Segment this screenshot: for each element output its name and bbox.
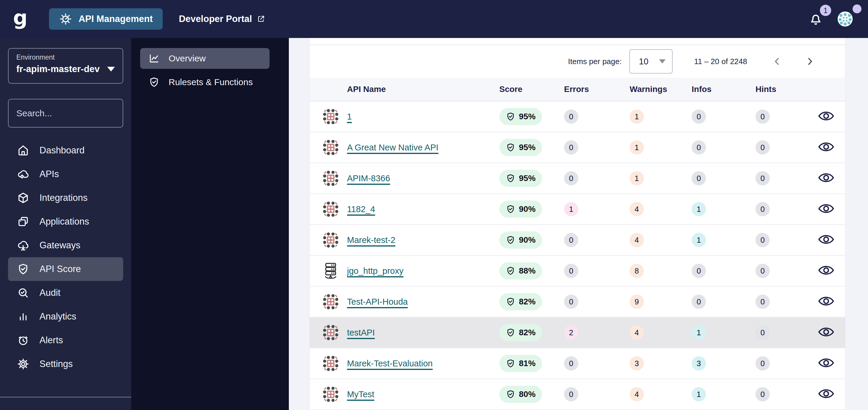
- api-name-link[interactable]: MyTest: [347, 389, 374, 399]
- cell-hints: 0: [754, 109, 817, 124]
- eye-icon: [817, 295, 835, 308]
- app-root: g API Management Developer Portal: [0, 0, 868, 410]
- view-api-button[interactable]: [817, 264, 835, 277]
- chevron-right-icon: [805, 56, 815, 66]
- view-api-button[interactable]: [817, 140, 835, 153]
- score-value: 82%: [519, 297, 535, 306]
- warnings-count-chip: 1: [630, 140, 644, 155]
- api-name-link[interactable]: APIM-8366: [347, 174, 390, 183]
- top-bar: g API Management Developer Portal: [0, 0, 868, 38]
- cell-hints: 0: [754, 326, 817, 340]
- hints-count-chip: 0: [755, 387, 770, 401]
- cell-infos: 1: [690, 233, 754, 247]
- next-page-button[interactable]: [803, 55, 817, 68]
- view-api-button[interactable]: [817, 326, 835, 339]
- notifications-button[interactable]: 1: [808, 11, 824, 27]
- warnings-count-chip: 1: [630, 171, 644, 185]
- api-name-link[interactable]: 1: [347, 112, 352, 121]
- external-link-icon: [257, 15, 265, 23]
- view-api-button[interactable]: [817, 109, 835, 123]
- items-per-page-select[interactable]: 10: [629, 49, 673, 74]
- subnav-item-label: Overview: [168, 54, 206, 64]
- api-identicon-icon: [321, 293, 340, 311]
- cell-avatar: [321, 262, 340, 280]
- previous-page-button[interactable]: [770, 55, 784, 68]
- view-api-button[interactable]: [817, 356, 835, 369]
- sidebar-item-apis[interactable]: APIs: [8, 162, 123, 186]
- errors-count-chip: 1: [564, 202, 578, 216]
- sidebar-item-label: Applications: [39, 216, 89, 227]
- shield-check-icon: [506, 266, 515, 276]
- cell-warnings: 9: [628, 295, 690, 309]
- warnings-count-chip: 8: [630, 264, 644, 278]
- api-name-link[interactable]: testAPI: [347, 328, 375, 337]
- sidebar-item-alerts[interactable]: Alerts: [8, 329, 123, 352]
- gear-dial-icon: [59, 12, 72, 26]
- hints-count-chip: 0: [755, 109, 770, 124]
- cell-avatar: [321, 293, 340, 311]
- api-name-link[interactable]: 1182_4: [347, 204, 375, 214]
- sidebar-item-applications[interactable]: Applications: [8, 210, 123, 234]
- api-management-label: API Management: [79, 14, 153, 24]
- cell-hints: 0: [754, 356, 817, 371]
- sidebar-item-api-score[interactable]: API Score: [8, 257, 123, 281]
- cell-avatar: [321, 323, 340, 342]
- infos-count-chip: 0: [692, 109, 706, 124]
- api-name-link[interactable]: Marek-Test-Evaluation: [347, 359, 433, 368]
- developer-portal-link[interactable]: Developer Portal: [179, 14, 265, 24]
- subnav-item-overview[interactable]: Overview: [140, 48, 270, 69]
- errors-count-chip: 2: [564, 326, 578, 340]
- search-input[interactable]: [16, 108, 131, 118]
- eye-icon: [817, 356, 835, 369]
- api-identicon-icon: [321, 385, 340, 404]
- view-api-button[interactable]: [817, 295, 835, 308]
- column-header-infos: Infos: [690, 84, 754, 94]
- column-header-api-name: API Name: [340, 84, 498, 94]
- cell-warnings: 4: [628, 233, 690, 247]
- view-api-button[interactable]: [817, 233, 835, 246]
- view-api-button[interactable]: [817, 202, 835, 215]
- chevron-down-icon: [659, 59, 665, 64]
- score-value: 95%: [519, 112, 535, 121]
- sidebar-item-analytics[interactable]: Analytics: [8, 305, 123, 329]
- cell-api-name: testAPI: [340, 328, 498, 338]
- pagination-range: 11 – 20 of 2248: [694, 57, 747, 66]
- api-identicon-icon: [321, 200, 340, 218]
- cell-errors: 1: [562, 202, 628, 216]
- api-management-button[interactable]: API Management: [49, 8, 163, 30]
- shield-check-icon: [506, 204, 515, 214]
- cell-avatar: [321, 107, 340, 126]
- cell-infos: 0: [690, 295, 754, 309]
- api-name-link[interactable]: Marek-test-2: [347, 235, 395, 245]
- score-badge: 80%: [499, 386, 542, 403]
- api-identicon-icon: [321, 107, 340, 126]
- view-api-button[interactable]: [817, 387, 835, 400]
- user-avatar[interactable]: [837, 11, 853, 27]
- sidebar-item-integrations[interactable]: Integrations: [8, 186, 123, 210]
- column-header-score: Score: [498, 84, 562, 94]
- subnav-item-label: Rulesets & Functions: [168, 77, 253, 87]
- view-api-button[interactable]: [817, 171, 835, 184]
- subnav-item-rulesets-functions[interactable]: Rulesets & Functions: [140, 72, 270, 93]
- home-icon: [17, 144, 29, 157]
- sidebar-item-gateways[interactable]: Gateways: [8, 234, 123, 257]
- cell-score: 80%: [498, 386, 562, 403]
- environment-select[interactable]: Environment fr-apim-master-dev: [8, 48, 123, 84]
- sidebar-item-settings[interactable]: Settings: [8, 352, 123, 376]
- cell-errors: 0: [562, 295, 628, 309]
- api-name-link[interactable]: jgo_http_proxy: [347, 266, 403, 276]
- warnings-count-chip: 4: [630, 202, 644, 216]
- cell-score: 95%: [498, 170, 562, 187]
- sidebar-item-dashboard[interactable]: Dashboard: [8, 139, 123, 162]
- table-row: Test-API-Houda82%0900: [310, 286, 845, 317]
- api-identicon-icon: [321, 169, 340, 187]
- errors-count-chip: 0: [564, 387, 578, 401]
- score-badge: 82%: [499, 293, 542, 310]
- cell-infos: 1: [690, 326, 754, 340]
- api-name-link[interactable]: A Great New Native API: [347, 143, 438, 152]
- infos-count-chip: 0: [692, 295, 706, 309]
- api-name-link[interactable]: Test-API-Houda: [347, 297, 408, 306]
- cell-avatar: [321, 385, 340, 404]
- cube-icon: [17, 192, 29, 204]
- sidebar-item-audit[interactable]: Audit: [8, 281, 123, 305]
